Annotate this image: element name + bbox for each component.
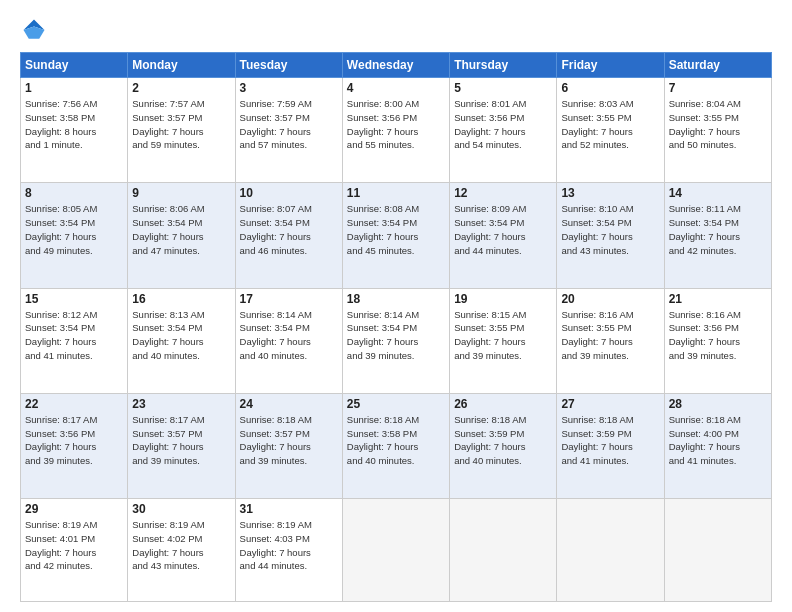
day-info: Sunrise: 8:19 AM Sunset: 4:01 PM Dayligh… [25, 518, 123, 573]
day-info: Sunrise: 7:56 AM Sunset: 3:58 PM Dayligh… [25, 97, 123, 152]
day-number: 18 [347, 292, 445, 306]
day-number: 10 [240, 186, 338, 200]
logo-icon [20, 16, 48, 44]
day-number: 5 [454, 81, 552, 95]
day-info: Sunrise: 8:03 AM Sunset: 3:55 PM Dayligh… [561, 97, 659, 152]
day-number: 6 [561, 81, 659, 95]
day-number: 7 [669, 81, 767, 95]
day-info: Sunrise: 8:14 AM Sunset: 3:54 PM Dayligh… [347, 308, 445, 363]
calendar-cell: 8Sunrise: 8:05 AM Sunset: 3:54 PM Daylig… [21, 183, 128, 288]
calendar-cell: 13Sunrise: 8:10 AM Sunset: 3:54 PM Dayli… [557, 183, 664, 288]
day-number: 29 [25, 502, 123, 516]
calendar-cell: 21Sunrise: 8:16 AM Sunset: 3:56 PM Dayli… [664, 288, 771, 393]
day-info: Sunrise: 8:19 AM Sunset: 4:02 PM Dayligh… [132, 518, 230, 573]
day-number: 8 [25, 186, 123, 200]
day-info: Sunrise: 8:18 AM Sunset: 3:57 PM Dayligh… [240, 413, 338, 468]
day-info: Sunrise: 8:06 AM Sunset: 3:54 PM Dayligh… [132, 202, 230, 257]
calendar-header-monday: Monday [128, 53, 235, 78]
day-info: Sunrise: 8:17 AM Sunset: 3:56 PM Dayligh… [25, 413, 123, 468]
day-number: 13 [561, 186, 659, 200]
day-number: 31 [240, 502, 338, 516]
calendar-header-tuesday: Tuesday [235, 53, 342, 78]
calendar-cell: 3Sunrise: 7:59 AM Sunset: 3:57 PM Daylig… [235, 78, 342, 183]
calendar-cell: 9Sunrise: 8:06 AM Sunset: 3:54 PM Daylig… [128, 183, 235, 288]
day-info: Sunrise: 8:05 AM Sunset: 3:54 PM Dayligh… [25, 202, 123, 257]
day-info: Sunrise: 8:07 AM Sunset: 3:54 PM Dayligh… [240, 202, 338, 257]
day-number: 21 [669, 292, 767, 306]
day-number: 19 [454, 292, 552, 306]
calendar-cell: 31Sunrise: 8:19 AM Sunset: 4:03 PM Dayli… [235, 499, 342, 602]
calendar-cell [450, 499, 557, 602]
day-info: Sunrise: 7:59 AM Sunset: 3:57 PM Dayligh… [240, 97, 338, 152]
day-number: 12 [454, 186, 552, 200]
day-number: 28 [669, 397, 767, 411]
calendar-week-row: 29Sunrise: 8:19 AM Sunset: 4:01 PM Dayli… [21, 499, 772, 602]
calendar-cell: 1Sunrise: 7:56 AM Sunset: 3:58 PM Daylig… [21, 78, 128, 183]
calendar-week-row: 1Sunrise: 7:56 AM Sunset: 3:58 PM Daylig… [21, 78, 772, 183]
calendar-cell: 12Sunrise: 8:09 AM Sunset: 3:54 PM Dayli… [450, 183, 557, 288]
calendar-header-thursday: Thursday [450, 53, 557, 78]
calendar-header-saturday: Saturday [664, 53, 771, 78]
day-info: Sunrise: 8:16 AM Sunset: 3:56 PM Dayligh… [669, 308, 767, 363]
day-number: 1 [25, 81, 123, 95]
day-info: Sunrise: 8:18 AM Sunset: 3:59 PM Dayligh… [561, 413, 659, 468]
calendar-cell [557, 499, 664, 602]
calendar-cell: 22Sunrise: 8:17 AM Sunset: 3:56 PM Dayli… [21, 393, 128, 498]
day-number: 3 [240, 81, 338, 95]
day-number: 14 [669, 186, 767, 200]
calendar-cell: 18Sunrise: 8:14 AM Sunset: 3:54 PM Dayli… [342, 288, 449, 393]
day-number: 16 [132, 292, 230, 306]
calendar-cell: 6Sunrise: 8:03 AM Sunset: 3:55 PM Daylig… [557, 78, 664, 183]
day-info: Sunrise: 8:15 AM Sunset: 3:55 PM Dayligh… [454, 308, 552, 363]
day-info: Sunrise: 8:11 AM Sunset: 3:54 PM Dayligh… [669, 202, 767, 257]
calendar-cell: 16Sunrise: 8:13 AM Sunset: 3:54 PM Dayli… [128, 288, 235, 393]
day-info: Sunrise: 8:09 AM Sunset: 3:54 PM Dayligh… [454, 202, 552, 257]
calendar-cell: 23Sunrise: 8:17 AM Sunset: 3:57 PM Dayli… [128, 393, 235, 498]
calendar-cell: 10Sunrise: 8:07 AM Sunset: 3:54 PM Dayli… [235, 183, 342, 288]
calendar-cell: 30Sunrise: 8:19 AM Sunset: 4:02 PM Dayli… [128, 499, 235, 602]
day-number: 4 [347, 81, 445, 95]
day-number: 2 [132, 81, 230, 95]
day-info: Sunrise: 8:01 AM Sunset: 3:56 PM Dayligh… [454, 97, 552, 152]
calendar-cell: 19Sunrise: 8:15 AM Sunset: 3:55 PM Dayli… [450, 288, 557, 393]
day-number: 17 [240, 292, 338, 306]
calendar-header-wednesday: Wednesday [342, 53, 449, 78]
day-info: Sunrise: 8:04 AM Sunset: 3:55 PM Dayligh… [669, 97, 767, 152]
logo [20, 16, 52, 44]
day-info: Sunrise: 8:00 AM Sunset: 3:56 PM Dayligh… [347, 97, 445, 152]
calendar-cell [664, 499, 771, 602]
calendar-cell: 24Sunrise: 8:18 AM Sunset: 3:57 PM Dayli… [235, 393, 342, 498]
day-info: Sunrise: 8:18 AM Sunset: 3:58 PM Dayligh… [347, 413, 445, 468]
calendar-cell: 27Sunrise: 8:18 AM Sunset: 3:59 PM Dayli… [557, 393, 664, 498]
calendar-header-friday: Friday [557, 53, 664, 78]
calendar-cell: 25Sunrise: 8:18 AM Sunset: 3:58 PM Dayli… [342, 393, 449, 498]
day-info: Sunrise: 8:13 AM Sunset: 3:54 PM Dayligh… [132, 308, 230, 363]
calendar-cell: 14Sunrise: 8:11 AM Sunset: 3:54 PM Dayli… [664, 183, 771, 288]
day-info: Sunrise: 8:12 AM Sunset: 3:54 PM Dayligh… [25, 308, 123, 363]
day-info: Sunrise: 8:18 AM Sunset: 4:00 PM Dayligh… [669, 413, 767, 468]
calendar-cell: 2Sunrise: 7:57 AM Sunset: 3:57 PM Daylig… [128, 78, 235, 183]
day-number: 20 [561, 292, 659, 306]
day-info: Sunrise: 8:14 AM Sunset: 3:54 PM Dayligh… [240, 308, 338, 363]
day-number: 9 [132, 186, 230, 200]
day-number: 26 [454, 397, 552, 411]
calendar-cell: 17Sunrise: 8:14 AM Sunset: 3:54 PM Dayli… [235, 288, 342, 393]
calendar-cell: 29Sunrise: 8:19 AM Sunset: 4:01 PM Dayli… [21, 499, 128, 602]
day-number: 24 [240, 397, 338, 411]
day-info: Sunrise: 7:57 AM Sunset: 3:57 PM Dayligh… [132, 97, 230, 152]
calendar-cell [342, 499, 449, 602]
header [20, 16, 772, 44]
calendar-week-row: 22Sunrise: 8:17 AM Sunset: 3:56 PM Dayli… [21, 393, 772, 498]
day-info: Sunrise: 8:17 AM Sunset: 3:57 PM Dayligh… [132, 413, 230, 468]
calendar-cell: 20Sunrise: 8:16 AM Sunset: 3:55 PM Dayli… [557, 288, 664, 393]
day-info: Sunrise: 8:16 AM Sunset: 3:55 PM Dayligh… [561, 308, 659, 363]
calendar-cell: 26Sunrise: 8:18 AM Sunset: 3:59 PM Dayli… [450, 393, 557, 498]
calendar-cell: 5Sunrise: 8:01 AM Sunset: 3:56 PM Daylig… [450, 78, 557, 183]
calendar-cell: 28Sunrise: 8:18 AM Sunset: 4:00 PM Dayli… [664, 393, 771, 498]
calendar-cell: 7Sunrise: 8:04 AM Sunset: 3:55 PM Daylig… [664, 78, 771, 183]
day-info: Sunrise: 8:10 AM Sunset: 3:54 PM Dayligh… [561, 202, 659, 257]
day-info: Sunrise: 8:19 AM Sunset: 4:03 PM Dayligh… [240, 518, 338, 573]
calendar-cell: 4Sunrise: 8:00 AM Sunset: 3:56 PM Daylig… [342, 78, 449, 183]
day-number: 15 [25, 292, 123, 306]
day-number: 27 [561, 397, 659, 411]
